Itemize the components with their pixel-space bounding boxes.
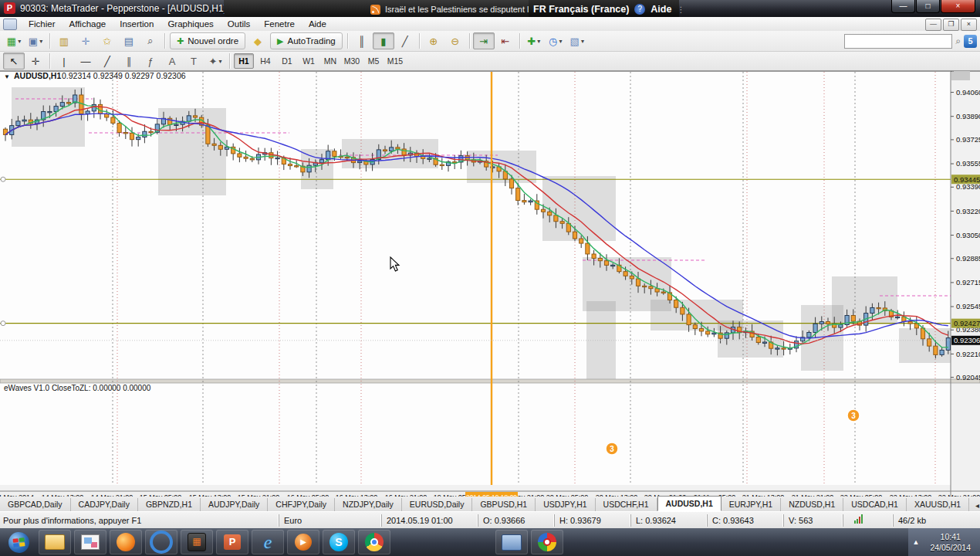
- tray-expand-icon[interactable]: ▲: [913, 538, 920, 546]
- tab-gbpnzd-h1[interactable]: GBPNZD,H1: [138, 498, 201, 511]
- timeframe-d1[interactable]: D1: [277, 53, 297, 69]
- news-ticker[interactable]: Israël et les Palestiniens se disputent …: [224, 0, 529, 19]
- bar-chart-icon[interactable]: ║: [351, 32, 373, 49]
- templates-icon[interactable]: ▧▾: [566, 32, 588, 49]
- symbol-search-input[interactable]: [844, 34, 952, 49]
- timeframe-m5[interactable]: M5: [363, 53, 384, 69]
- new-order-button[interactable]: ✚Nouvel ordre: [170, 32, 245, 49]
- tab-eurusd-daily[interactable]: EURUSD,Daily: [402, 498, 473, 511]
- tab-gbpcad-daily[interactable]: GBPCAD,Daily: [0, 498, 71, 511]
- timeframe-m30[interactable]: M30: [342, 53, 362, 69]
- help-menu[interactable]: Aide: [651, 4, 671, 15]
- start-button[interactable]: [0, 529, 37, 555]
- maximize-button[interactable]: □: [916, 0, 940, 13]
- taskbar-clock[interactable]: 10:4124/05/2014: [930, 531, 975, 553]
- tab-eurjpy-h1[interactable]: EURJPY,H1: [721, 498, 781, 511]
- channel-tool-icon[interactable]: ∥: [118, 53, 140, 70]
- pane-splitter[interactable]: [0, 379, 980, 383]
- remote-desktop-icon[interactable]: [495, 530, 528, 554]
- tab-scroll-left-icon[interactable]: ◂: [975, 501, 979, 510]
- tab-xauusd-h1[interactable]: XAUUSD,H1: [907, 498, 969, 511]
- text-tool-icon[interactable]: A: [161, 53, 183, 70]
- search-icon[interactable]: ⌕: [955, 36, 961, 46]
- line-chart-icon[interactable]: ╱: [394, 32, 416, 49]
- dropdown-caret-icon[interactable]: ▾: [537, 38, 540, 45]
- chart-dropdown-icon[interactable]: ▼: [4, 73, 10, 80]
- tab-audusd-h1[interactable]: AUDUSD,H1: [657, 496, 721, 511]
- menu-aide[interactable]: Aide: [302, 18, 333, 30]
- tab-chfjpy-daily[interactable]: CHFJPY,Daily: [268, 498, 335, 511]
- menu-insertion[interactable]: Insertion: [113, 18, 161, 30]
- timeframe-m15[interactable]: M15: [385, 53, 405, 69]
- tab-usdjpy-h1[interactable]: USDJPY,H1: [536, 498, 595, 511]
- menu-graphiques[interactable]: Graphiques: [161, 18, 220, 30]
- title-bar[interactable]: P 90303: MetaTrader - Pepperstone - [AUD…: [0, 0, 980, 17]
- language-label[interactable]: FR Français (France): [533, 4, 629, 15]
- chart-area[interactable]: 0.940600.938900.937250.935550.933900.932…: [0, 71, 980, 497]
- dropdown-caret-icon[interactable]: ▾: [18, 38, 21, 45]
- dropdown-caret-icon[interactable]: ▾: [218, 58, 221, 65]
- periods-icon[interactable]: ◷▾: [545, 32, 566, 49]
- chrome-icon[interactable]: [358, 530, 390, 554]
- close-button[interactable]: ×: [941, 0, 975, 13]
- dropdown-caret-icon[interactable]: ▾: [39, 38, 42, 45]
- child-restore-button[interactable]: ❐: [943, 19, 959, 31]
- expert-advisors-icon[interactable]: ◆: [247, 32, 269, 49]
- photo-viewer-icon[interactable]: [74, 530, 106, 554]
- market-watch-icon[interactable]: ▥: [53, 32, 75, 49]
- tab-audjpy-daily[interactable]: AUDJPY,Daily: [201, 498, 268, 511]
- media-player-icon[interactable]: ▶: [287, 530, 319, 554]
- chart-window-icon[interactable]: [3, 19, 17, 30]
- menu-fenetre[interactable]: Fenetre: [257, 18, 302, 30]
- firefox-icon[interactable]: [110, 530, 142, 554]
- indicator-pane[interactable]: [0, 383, 951, 485]
- new-chart-icon[interactable]: ▦▾: [3, 32, 25, 49]
- language-bar[interactable]: FR Français (France) ? Aide ⋮: [529, 0, 679, 19]
- skype-icon[interactable]: S: [323, 530, 355, 554]
- tab-usdchf-h1[interactable]: USDCHF,H1: [596, 498, 657, 511]
- terminal-icon[interactable]: ▤: [118, 32, 140, 49]
- horizontal-line-tool-icon[interactable]: —: [75, 53, 96, 70]
- menu-outils[interactable]: Outils: [221, 18, 257, 30]
- color-wheel-icon[interactable]: [531, 530, 563, 554]
- auto-scroll-icon[interactable]: ⇥: [473, 32, 495, 49]
- label-tool-icon[interactable]: T: [183, 53, 204, 70]
- child-minimize-button[interactable]: —: [925, 19, 941, 31]
- minimize-button[interactable]: —: [891, 0, 915, 13]
- trendline-tool-icon[interactable]: ╱: [96, 53, 118, 70]
- autotrading-button[interactable]: ▶AutoTrading: [270, 32, 343, 49]
- indicators-add-icon[interactable]: ✚▾: [523, 32, 545, 49]
- navigator-icon[interactable]: ✩: [96, 32, 118, 49]
- cursor-tool-icon[interactable]: ↖: [3, 53, 25, 70]
- zoom-in-icon[interactable]: ⊕: [423, 32, 444, 49]
- fibonacci-tool-icon[interactable]: ƒ: [140, 53, 161, 70]
- arrows-tool-icon[interactable]: ✦▾: [204, 53, 226, 70]
- strategy-tester-icon[interactable]: ⌕: [140, 32, 161, 49]
- internet-explorer-icon[interactable]: e: [252, 530, 284, 554]
- candlestick-chart-icon[interactable]: ▮: [373, 32, 394, 49]
- zoom-out-icon[interactable]: ⊖: [444, 32, 466, 49]
- vertical-line-tool-icon[interactable]: |: [53, 53, 75, 70]
- child-close-button[interactable]: ×: [961, 19, 977, 31]
- timeframe-h1[interactable]: H1: [234, 53, 254, 69]
- crosshair-tool-icon[interactable]: ✛: [25, 53, 46, 70]
- sync-ring-icon[interactable]: [145, 530, 177, 554]
- data-window-icon[interactable]: ✛: [75, 32, 96, 49]
- chart-shift-icon[interactable]: ⇤: [495, 32, 516, 49]
- menu-fichier[interactable]: Fichier: [22, 18, 63, 30]
- chart-canvas[interactable]: 0.940600.938900.937250.935550.933900.932…: [0, 71, 980, 497]
- tab-usdcad-h1[interactable]: USDCAD,H1: [843, 498, 907, 511]
- explorer-icon[interactable]: [39, 530, 71, 554]
- timeframe-mn[interactable]: MN: [320, 53, 340, 69]
- media-center-icon[interactable]: ▦: [181, 530, 213, 554]
- powerpoint-icon[interactable]: P: [216, 530, 248, 554]
- tab-cadjpy-daily[interactable]: CADJPY,Daily: [71, 498, 138, 511]
- timeframe-h4[interactable]: H4: [255, 53, 275, 69]
- tab-gbpusd-h1[interactable]: GBPUSD,H1: [472, 498, 536, 511]
- profiles-icon[interactable]: ▣▾: [25, 32, 46, 49]
- community-badge-icon[interactable]: 5: [964, 35, 977, 48]
- dropdown-caret-icon[interactable]: ▾: [581, 38, 584, 45]
- tab-nzdjpy-daily[interactable]: NZDJPY,Daily: [335, 498, 402, 511]
- language-bar-options-icon[interactable]: ⋮: [677, 5, 685, 14]
- menu-affichage[interactable]: Affichage: [63, 18, 113, 30]
